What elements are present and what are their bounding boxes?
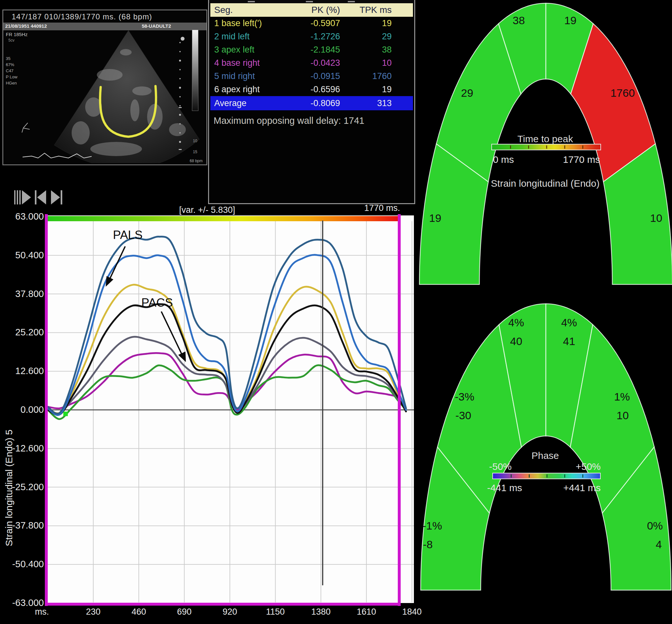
ttp-label-apex-left: 38 (513, 14, 525, 26)
phase-label-apex-right: 4% (561, 316, 577, 329)
annotation-arrows (48, 215, 414, 603)
table-header-row: Seg. PK (%) TPK ms (210, 3, 413, 17)
caliper-icon (22, 123, 30, 133)
cell-seg: Average (210, 98, 304, 108)
scale-tick (510, 146, 511, 149)
x-tick-label: 1380 (302, 607, 340, 617)
table-row-segment-4[interactable]: 4 base right -0.0423 10 (210, 56, 413, 70)
ttp-legend-title: Time to peak (494, 133, 597, 145)
phase-label-mid-right: 1% (614, 391, 630, 403)
variance-label: [var. +/- 5.830] (154, 205, 260, 215)
cell-tpk: 29 (340, 32, 392, 42)
column-header-pk: PK (%) (304, 5, 340, 15)
table-row-segment-6[interactable]: 6 apex right -0.6596 19 (210, 83, 413, 96)
pacs-arrow (161, 312, 184, 359)
ttp-legend-subtitle: Strain longitudinal (Endo) (471, 178, 619, 189)
cine-controls (13, 189, 65, 206)
roi-border-right[interactable] (398, 214, 401, 606)
play-button[interactable] (14, 190, 31, 204)
phase-label-apex-left: 4% (508, 316, 524, 329)
x-tick-label: 920 (210, 607, 249, 617)
phase-label-mid-left: -3% (455, 391, 474, 403)
cell-pk: -0.5907 (304, 18, 340, 28)
phase-pct-min: -50% (489, 461, 512, 472)
cycle-length-label: 1770 ms. (335, 203, 400, 213)
cell-seg: 5 mid right (210, 71, 304, 81)
phase-label-apex-right: 41 (563, 335, 575, 347)
cell-seg: 2 mid left (210, 32, 304, 42)
phase-pct-max: +50% (548, 461, 601, 472)
strain-curve-plot (48, 215, 414, 603)
depth-label-10: 10 (193, 139, 197, 143)
ttp-scale-max: 1770 ms (539, 154, 600, 165)
cell-seg: 3 apex left (210, 45, 304, 55)
segment-results-table: Seg. PK (%) TPK ms 1 base left(') -0.590… (208, 0, 415, 204)
depth-label-15: 15 (193, 150, 197, 154)
ttp-label-apex-right: 19 (564, 14, 576, 26)
phase-label-mid-left: -30 (455, 409, 471, 421)
roi-border-bottom (45, 603, 401, 606)
y-tick-label: 0.000 (2, 405, 44, 415)
cell-tpk: 313 (340, 98, 392, 108)
ttp-label-base-right: 10 (650, 212, 662, 224)
table-row-average[interactable]: Average -0.8069 313 (210, 96, 413, 110)
scale-tick (564, 474, 565, 477)
x-tick-label: 460 (119, 607, 158, 617)
table-row-segment-5[interactable]: 5 mid right -0.0915 1760 (210, 70, 413, 83)
y-tick-label: -12.600 (2, 443, 44, 454)
table-body: 1 base left(') -0.5907 192 mid left -1.2… (210, 17, 413, 110)
clipped-title-remnant (209, 0, 414, 3)
table-row-segment-2[interactable]: 2 mid left -1.2726 29 (210, 30, 413, 43)
phase-color-scale (492, 473, 601, 479)
ultrasound-image-pane: 147/187 010/1389/1770 ms. (68 bpm) 21/08… (3, 10, 207, 165)
scale-tick (529, 474, 530, 477)
x-tick-label: 1150 (256, 607, 295, 617)
cell-pk: -2.1845 (304, 45, 340, 55)
skip-to-end-button[interactable] (51, 190, 62, 204)
table-row-segment-3[interactable]: 3 apex left -2.1845 38 (210, 43, 413, 56)
cell-tpk: 19 (340, 18, 392, 28)
bright-echo-dot (181, 37, 184, 41)
phase-label-apex-left: 40 (510, 335, 522, 347)
scale-tick (528, 146, 529, 149)
cell-pk: -0.0423 (304, 58, 340, 68)
cell-tpk: 38 (340, 45, 392, 55)
phase-label-mid-right: 10 (617, 409, 629, 421)
pals-annotation: PALS (113, 228, 143, 242)
x-tick-label: 690 (165, 607, 204, 617)
column-header-tpk: TPK ms (340, 5, 392, 15)
phase-label-base-right: 4 (656, 538, 662, 550)
phase-legend-title: Phase (494, 450, 597, 461)
table-row-segment-1[interactable]: 1 base left(') -0.5907 19 (210, 17, 413, 30)
x-tick-label: 1610 (347, 607, 386, 617)
ttp-label-mid-right: 1760 (611, 87, 635, 99)
cell-tpk: 10 (340, 58, 392, 68)
column-header-seg: Seg. (210, 5, 304, 15)
cell-tpk: 19 (340, 84, 392, 95)
roi-border-left (45, 214, 48, 606)
y-tick-label: 50.400 (2, 250, 44, 261)
x-axis-unit: ms. (23, 607, 61, 617)
cell-pk: -0.8069 (304, 98, 340, 108)
cell-pk: -0.6596 (304, 84, 340, 95)
scale-tick (511, 474, 512, 477)
grayscale-bar (192, 30, 198, 111)
cell-pk: -1.2726 (304, 32, 340, 42)
ttp-scale-min: 0 ms (493, 154, 514, 165)
y-tick-label: 12.600 (2, 366, 44, 376)
ttp-label-mid-left: 29 (461, 87, 473, 99)
scale-tick (582, 474, 583, 477)
y-tick-label: 63.000 (2, 211, 44, 222)
y-tick-label: -37.800 (2, 520, 44, 531)
ttp-color-scale (491, 144, 601, 150)
pacs-annotation: PACS (141, 296, 173, 310)
scale-tick (547, 474, 547, 477)
scale-tick (582, 146, 583, 149)
scale-tick (564, 146, 565, 149)
cell-tpk: 1760 (340, 71, 392, 81)
max-opposing-wall-delay: Maximum opposing wall delay: 1741 (214, 115, 364, 126)
cell-pk: -0.0915 (304, 71, 340, 81)
skip-to-start-button[interactable] (35, 190, 46, 204)
y-tick-label: -25.200 (2, 482, 44, 492)
y-tick-label: 25.200 (2, 327, 44, 338)
